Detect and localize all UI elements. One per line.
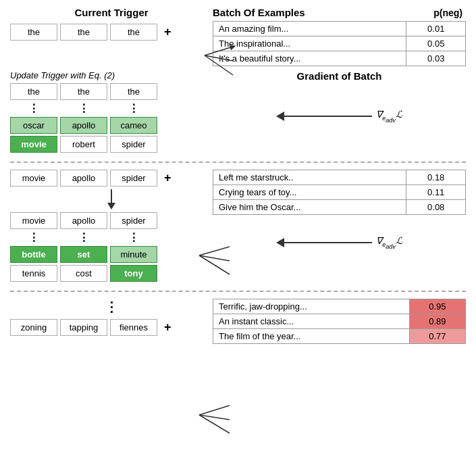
- example-row: Left me starstruck.. 0.18: [213, 170, 466, 185]
- gradient-arrow-1: [276, 112, 372, 121]
- token-the-3: the: [110, 24, 157, 41]
- arrow-head-left-2: [276, 238, 284, 247]
- example-row: An instant classic... 0.89: [213, 314, 466, 329]
- candidate-robert: robert: [60, 136, 107, 153]
- update-trigger-title: Update Trigger with Eq. (2): [10, 70, 213, 80]
- arrow-b3-2: [199, 415, 230, 420]
- candidate-row-2: movie robert spider: [10, 136, 213, 153]
- gradient-title: Gradient of Batch: [213, 70, 466, 82]
- example-row: Crying tears of toy... 0.11: [213, 185, 466, 200]
- cand-cost: cost: [60, 265, 107, 282]
- example-text: The film of the year...: [213, 329, 410, 344]
- arrow-b3-3: [199, 415, 230, 433]
- example-row: It's a beautiful story... 0.03: [213, 51, 466, 66]
- examples-table-1: An amazing film... 0.01 The inspirationa…: [213, 21, 466, 66]
- examples-table-3: Terrific, jaw-dropping... 0.95 An instan…: [213, 299, 466, 344]
- dot-6: ⋮: [110, 231, 157, 244]
- current-trigger-section: Current Trigger the the the +: [10, 7, 213, 43]
- gradient-formula-1: ∇eadvℒ: [376, 109, 402, 124]
- trigger-tokens-row: the the the +: [10, 24, 213, 41]
- example-row: The inspirational... 0.05: [213, 36, 466, 51]
- example-score: 0.08: [406, 200, 466, 215]
- cand-tony: tony: [110, 265, 157, 282]
- arrow-body-2: [284, 242, 372, 243]
- batch-section-1: Batch Of Examples p(neg) An amazing film…: [213, 7, 466, 66]
- final-dots: ⋮: [10, 299, 213, 315]
- sel-apollo: apollo: [60, 170, 107, 187]
- iter2-tokens-top: movie apollo spider: [10, 212, 213, 229]
- final-fiennes: fiennes: [110, 319, 157, 336]
- arrow-head-left: [276, 112, 284, 121]
- candidate-movie: movie: [10, 136, 57, 153]
- arrow-down-line: [111, 189, 112, 203]
- cand-minute: minute: [110, 246, 157, 263]
- dashed-separator-1: [10, 162, 466, 163]
- gradient-formula-2: ∇eadvℒ: [376, 235, 402, 250]
- sel-movie: movie: [10, 170, 57, 187]
- example-text: The inspirational...: [213, 36, 406, 51]
- cand-bottle: bottle: [10, 246, 57, 263]
- example-score: 0.11: [406, 185, 466, 200]
- dots-row-1: ⋮ ⋮ ⋮: [10, 102, 213, 115]
- dot-5: ⋮: [60, 231, 107, 244]
- candidate-oscar: oscar: [10, 117, 57, 134]
- update-trigger-section: Update Trigger with Eq. (2) the the the …: [10, 70, 213, 155]
- example-score: 0.05: [406, 36, 466, 51]
- example-row: The film of the year... 0.77: [213, 329, 466, 344]
- plus-sign: +: [164, 25, 171, 39]
- token-the-1: the: [10, 24, 57, 41]
- plus-sign-3: +: [164, 320, 171, 335]
- final-left: ⋮ zoning tapping fiennes +: [10, 299, 213, 338]
- cand-set: set: [60, 246, 107, 263]
- example-score: 0.77: [409, 329, 465, 344]
- example-text: Crying tears of toy...: [213, 185, 406, 200]
- gradient-arrow-2: [276, 238, 372, 247]
- iter2-candidate-row-2: tennis cost tony: [10, 265, 213, 282]
- iter2-spider: spider: [110, 212, 157, 229]
- arrow-body: [284, 116, 372, 117]
- iter2-candidate-row-1: bottle set minute: [10, 246, 213, 263]
- example-text: An amazing film...: [213, 22, 406, 36]
- main-container: Current Trigger the the the + Batch Of E…: [0, 0, 476, 351]
- gradient-section-1: Gradient of Batch ∇eadvℒ: [213, 70, 466, 124]
- arrow-down: [107, 189, 115, 209]
- example-score: 0.18: [406, 170, 466, 185]
- selected-tokens-row: movie apollo spider +: [10, 170, 213, 187]
- example-score: 0.89: [409, 314, 465, 329]
- example-score: 0.01: [406, 22, 466, 36]
- dot-2: ⋮: [60, 102, 107, 115]
- examples-table-2: Left me starstruck.. 0.18 Crying tears o…: [213, 170, 466, 215]
- example-text: An instant classic...: [213, 314, 410, 329]
- example-text: It's a beautiful story...: [213, 51, 406, 66]
- dashed-separator-2: [10, 291, 466, 292]
- iter2-right: Left me starstruck.. 0.18 Crying tears o…: [213, 170, 466, 250]
- batch-title: Batch Of Examples: [213, 7, 305, 18]
- example-text: Give him the Oscar...: [213, 200, 406, 215]
- example-score: 0.03: [406, 51, 466, 66]
- ut-token-2: the: [60, 83, 107, 100]
- example-score: 0.95: [409, 299, 465, 314]
- ut-token-1: the: [10, 83, 57, 100]
- cand-tennis: tennis: [10, 265, 57, 282]
- dot-4: ⋮: [10, 231, 57, 244]
- arrow-b3-1: [199, 405, 230, 415]
- candidate-cameo: cameo: [110, 117, 157, 134]
- candidate-row-1: oscar apollo cameo: [10, 117, 213, 134]
- ut-token-3: the: [110, 83, 157, 100]
- example-row: An amazing film... 0.01: [213, 22, 466, 36]
- pneg-title: p(neg): [433, 7, 462, 18]
- candidate-apollo: apollo: [60, 117, 107, 134]
- token-the-2: the: [60, 24, 107, 41]
- final-zoning: zoning: [10, 319, 57, 336]
- iter2-movie: movie: [10, 212, 57, 229]
- dot-1: ⋮: [10, 102, 57, 115]
- final-tokens-row: zoning tapping fiennes +: [10, 319, 213, 336]
- batch-title-row: Batch Of Examples p(neg): [213, 7, 466, 18]
- example-row: Give him the Oscar... 0.08: [213, 200, 466, 215]
- current-trigger-title: Current Trigger: [10, 7, 213, 18]
- final-right: Terrific, jaw-dropping... 0.95 An instan…: [213, 299, 466, 344]
- example-text: Left me starstruck..: [213, 170, 406, 185]
- sel-spider: spider: [110, 170, 157, 187]
- example-text: Terrific, jaw-dropping...: [213, 299, 410, 314]
- final-tapping: tapping: [60, 319, 107, 336]
